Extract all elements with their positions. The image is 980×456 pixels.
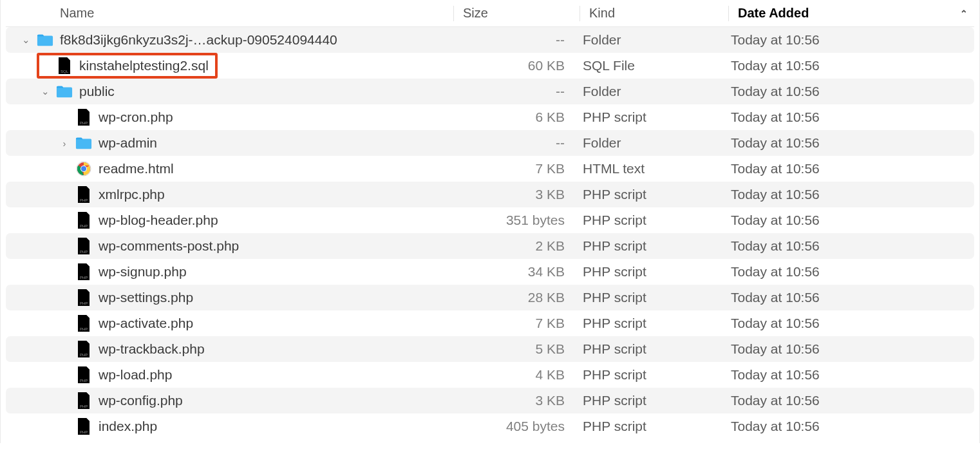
file-size: -- [453,84,579,99]
file-date-added: Today at 10:56 [727,316,974,331]
file-row[interactable]: PHPwp-activate.php7 KBPHP scriptToday at… [6,310,974,336]
file-row[interactable]: readme.html7 KBHTML textToday at 10:56 [6,156,974,182]
file-name: wp-admin [99,135,157,151]
file-size: 28 KB [453,290,579,305]
file-row[interactable]: PHPxmlrpc.php3 KBPHP scriptToday at 10:5… [6,182,974,207]
file-date-added: Today at 10:56 [727,238,974,254]
file-kind: PHP script [579,290,727,305]
file-size: -- [453,135,579,151]
file-name: wp-cron.php [99,109,173,125]
name-cell: PHPwp-trackback.php [6,336,453,362]
name-cell: PHPwp-cron.php [6,104,453,130]
file-kind: PHP script [579,367,727,383]
file-kind: PHP script [579,187,727,202]
file-kind: PHP script [579,264,727,280]
name-cell: PHPwp-signup.php [6,259,453,285]
column-header-row: Name Size Kind Date Added ⌃ [6,0,974,27]
name-cell: PHPwp-settings.php [6,285,453,310]
file-name: wp-activate.php [99,316,193,331]
disclosure-spacer [39,60,51,71]
column-header-kind[interactable]: Kind [580,6,728,21]
file-date-added: Today at 10:56 [727,341,974,357]
highlighted-file-box: SQLkinstahelptesting2.sql [37,53,218,79]
row-icon [75,133,92,153]
file-name: f8k8d3ijkg6nkyzu3s2j-…ackup-090524094440 [60,32,337,48]
file-row[interactable]: ⌄f8k8d3ijkg6nkyzu3s2j-…ackup-09052409444… [6,27,974,53]
file-size: 4 KB [453,367,579,383]
file-row[interactable]: PHPwp-blog-header.php351 bytesPHP script… [6,207,974,233]
file-date-added: Today at 10:56 [727,135,974,151]
file-kind: Folder [579,32,727,48]
disclosure-spacer [59,214,70,226]
disclosure-spacer [59,240,70,252]
disclosure-spacer [59,395,70,406]
file-name: wp-config.php [99,393,183,408]
file-name: wp-comments-post.php [99,238,239,254]
row-icon: SQL [56,55,73,76]
file-kind: PHP script [579,238,727,254]
file-date-added: Today at 10:56 [727,109,974,125]
svg-text:PHP: PHP [80,379,88,383]
file-name: wp-settings.php [99,290,193,305]
file-row[interactable]: PHPwp-cron.php6 KBPHP scriptToday at 10:… [6,104,974,130]
file-size: 3 KB [453,393,579,408]
file-row[interactable]: PHPwp-trackback.php5 KBPHP scriptToday a… [6,336,974,362]
row-icon [56,81,73,102]
svg-text:PHP: PHP [80,250,88,254]
file-row[interactable]: SQLkinstahelptesting2.sql60 KBSQL FileTo… [6,53,974,79]
row-icon: PHP [75,287,92,308]
column-header-date-added[interactable]: Date Added ⌃ [729,6,974,21]
file-name: wp-signup.php [99,264,187,280]
name-cell: ›wp-admin [6,130,453,156]
file-date-added: Today at 10:56 [727,84,974,99]
file-row[interactable]: PHPwp-settings.php28 KBPHP scriptToday a… [6,285,974,310]
file-date-added: Today at 10:56 [727,393,974,408]
column-header-size[interactable]: Size [454,6,580,21]
file-row[interactable]: PHPwp-signup.php34 KBPHP scriptToday at … [6,259,974,285]
disclosure-spacer [59,111,70,123]
row-icon: PHP [75,261,92,282]
file-kind: PHP script [579,109,727,125]
svg-text:PHP: PHP [80,198,88,202]
sort-ascending-icon: ⌃ [960,8,968,19]
disclosure-spacer [59,292,70,303]
file-row[interactable]: PHPwp-load.php4 KBPHP scriptToday at 10:… [6,362,974,388]
file-size: 5 KB [453,341,579,357]
file-size: 34 KB [453,264,579,280]
file-row[interactable]: PHPwp-comments-post.php2 KBPHP scriptTod… [6,233,974,259]
chevron-right-icon[interactable]: › [59,137,70,149]
file-size: 2 KB [453,238,579,254]
document-icon: PHP [77,340,91,358]
file-date-added: Today at 10:56 [727,32,974,48]
file-row[interactable]: PHPwp-config.php3 KBPHP scriptToday at 1… [6,388,974,413]
svg-text:PHP: PHP [80,276,88,280]
name-cell: PHPwp-load.php [6,362,453,388]
row-icon [75,158,92,179]
name-cell: PHPindex.php [6,413,453,439]
file-kind: PHP script [579,316,727,331]
document-icon: PHP [77,392,91,410]
file-date-added: Today at 10:56 [727,161,974,176]
chevron-down-icon[interactable]: ⌄ [39,86,51,97]
name-cell: ⌄f8k8d3ijkg6nkyzu3s2j-…ackup-09052409444… [6,27,453,53]
file-row[interactable]: ⌄public--FolderToday at 10:56 [6,79,974,104]
file-row[interactable]: ›wp-admin--FolderToday at 10:56 [6,130,974,156]
file-date-added: Today at 10:56 [727,290,974,305]
file-rows: ⌄f8k8d3ijkg6nkyzu3s2j-…ackup-09052409444… [6,27,974,439]
row-icon: PHP [75,236,92,256]
row-icon: PHP [75,365,92,385]
file-kind: Folder [579,84,727,99]
file-name: wp-trackback.php [99,341,205,357]
column-header-name[interactable]: Name [6,6,453,21]
file-date-added: Today at 10:56 [727,213,974,228]
file-row[interactable]: PHPindex.php405 bytesPHP scriptToday at … [6,413,974,439]
disclosure-spacer [59,343,70,355]
row-icon: PHP [75,107,92,128]
row-icon: PHP [75,390,92,411]
chevron-down-icon[interactable]: ⌄ [20,34,32,46]
disclosure-spacer [59,369,70,381]
file-size: -- [453,32,579,48]
name-cell: PHPwp-comments-post.php [6,233,453,259]
svg-text:PHP: PHP [80,327,88,331]
column-header-date-label: Date Added [738,6,809,20]
